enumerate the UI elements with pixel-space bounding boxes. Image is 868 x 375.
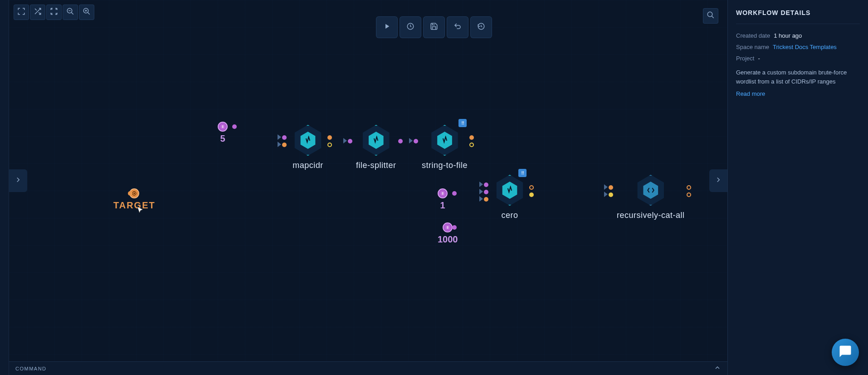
node-label: recursively-cat-all: [617, 211, 685, 220]
detail-row-project: Project -: [736, 55, 860, 62]
node-label: string-to-file: [422, 161, 468, 170]
port-output[interactable]: [327, 143, 332, 147]
hex-icon: [299, 132, 317, 149]
param-node-thousand[interactable]: 1000: [438, 222, 458, 245]
hex-icon: [501, 182, 518, 199]
space-link[interactable]: Trickest Docs Templates: [773, 44, 837, 50]
port-output[interactable]: [232, 124, 237, 129]
param-circle-icon: [443, 222, 453, 232]
right-panel-toggle[interactable]: [709, 169, 727, 192]
chevron-right-icon: [714, 176, 722, 186]
port-input[interactable]: [609, 192, 613, 197]
param-circle-icon: [218, 122, 228, 132]
port-input[interactable]: [484, 197, 488, 202]
detail-label: Project: [736, 55, 754, 62]
node-label: cero: [501, 211, 518, 220]
port-output[interactable]: [327, 135, 332, 140]
details-title: WORKFLOW DETAILS: [736, 9, 860, 24]
node-file-splitter[interactable]: file-splitter: [356, 123, 396, 170]
node-label: file-splitter: [356, 161, 396, 170]
detail-value: 1 hour ago: [774, 32, 802, 39]
left-rail: [0, 0, 9, 375]
node-string-to-file[interactable]: ⠿ string-to-file: [422, 123, 468, 170]
workflow-canvas[interactable]: TARGET 5 mapcidr file-splitter ⠿: [9, 0, 727, 361]
port-output[interactable]: [398, 139, 403, 143]
port-input[interactable]: [484, 183, 488, 187]
hex-icon: [436, 132, 454, 149]
detail-label: Created date: [736, 32, 770, 39]
port-output[interactable]: [469, 143, 474, 147]
node-cero[interactable]: ⠿ cero: [492, 173, 527, 220]
port-input[interactable]: [348, 139, 352, 143]
detail-value: -: [758, 55, 760, 62]
details-panel: WORKFLOW DETAILS Created date 1 hour ago…: [727, 0, 868, 375]
hex-icon: [642, 182, 659, 199]
port-output[interactable]: [687, 192, 691, 197]
param-label: 5: [220, 133, 225, 144]
node-mapcidr[interactable]: mapcidr: [290, 123, 326, 170]
command-bar[interactable]: COMMAND: [9, 361, 727, 375]
port-input[interactable]: [484, 190, 488, 194]
port-input[interactable]: [282, 143, 287, 147]
port-output[interactable]: [128, 191, 132, 196]
node-recursively-cat-all[interactable]: recursively-cat-all: [617, 173, 685, 220]
detail-row-created: Created date 1 hour ago: [736, 32, 860, 39]
node-target[interactable]: TARGET: [113, 188, 156, 211]
param-node-five[interactable]: 5: [218, 122, 228, 144]
port-input[interactable]: [282, 135, 287, 140]
edges-layer: [9, 0, 145, 68]
detail-label: Space name: [736, 44, 769, 50]
chat-icon: [839, 345, 852, 360]
svg-point-5: [134, 193, 135, 194]
port-output[interactable]: [687, 185, 691, 190]
port-output[interactable]: [452, 225, 457, 230]
workflow-description: Generate a custom subdomain brute-force …: [736, 68, 860, 86]
chat-fab[interactable]: [832, 339, 859, 366]
port-output[interactable]: [469, 135, 474, 140]
port-output[interactable]: [452, 191, 457, 196]
port-output[interactable]: [529, 192, 534, 197]
read-more-link[interactable]: Read more: [736, 90, 765, 97]
detail-row-space: Space name Trickest Docs Templates: [736, 44, 860, 50]
left-panel-toggle[interactable]: [9, 169, 27, 192]
node-label: TARGET: [113, 200, 156, 211]
param-label: 1: [440, 200, 445, 211]
param-circle-icon: [438, 188, 448, 198]
port-output[interactable]: [529, 185, 534, 190]
node-label: mapcidr: [293, 161, 323, 170]
param-label: 1000: [438, 234, 458, 245]
hex-icon: [367, 132, 385, 149]
command-label: COMMAND: [15, 366, 47, 371]
command-expand-button[interactable]: [714, 364, 721, 373]
port-input[interactable]: [609, 185, 613, 190]
param-node-one[interactable]: 1: [438, 188, 448, 211]
chevron-right-icon: [14, 176, 22, 186]
port-input[interactable]: [414, 139, 418, 143]
